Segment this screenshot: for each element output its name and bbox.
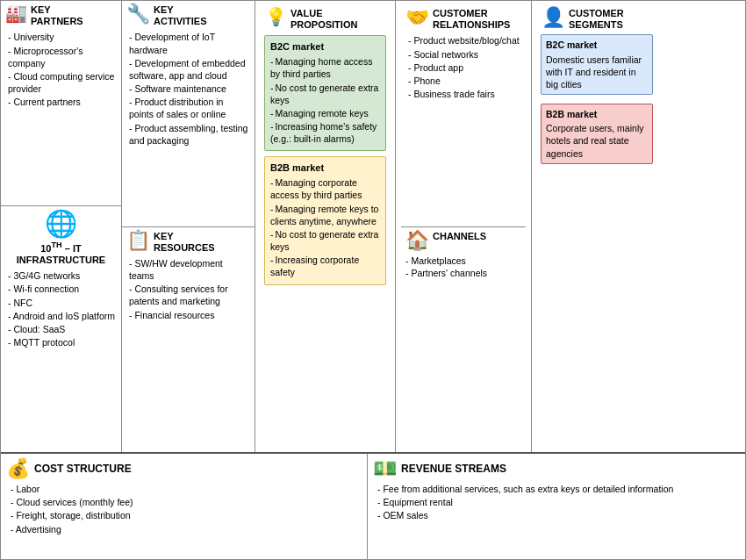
cust-seg-icon: 👤 (542, 8, 565, 27)
list-item: Marketplaces (405, 255, 521, 267)
customer-relationships-col: 🤝 CUSTOMERRELATIONSHIPS Product website/… (396, 1, 532, 452)
list-item: No cost to generate extra keys (270, 82, 380, 106)
key-resources-header: 📋 KEYRESOURCES (122, 227, 255, 255)
list-item: Product distribution in points of sales … (129, 96, 250, 120)
channels-header: 🏠 CHANNELS (401, 227, 526, 252)
list-item: Managing remote keys to clients anytime,… (270, 203, 380, 227)
key-activities-title: KEYACTIVITIES (154, 4, 207, 27)
list-item: Cloud: SaaS (8, 323, 117, 335)
list-item: Fee from additional services, such as ex… (377, 483, 740, 495)
list-item: Wi-fi connection (8, 283, 117, 295)
cost-structure-header: 💰 COST STRUCTURE (6, 457, 362, 480)
channels-panel: 🏠 CHANNELS Marketplaces Partners' channe… (401, 227, 526, 449)
list-item: OEM sales (377, 509, 740, 521)
cost-structure-icon: 💰 (6, 457, 30, 480)
cust-rel-title: CUSTOMERRELATIONSHIPS (433, 8, 510, 31)
list-item: Equipment rental (377, 496, 740, 508)
vp-b2b-box: B2B market Managing corporate access by … (264, 156, 386, 284)
key-activities-header: 🔧 KEYACTIVITIES (122, 1, 255, 29)
list-item: Advertising (11, 523, 362, 535)
list-item: Microprocessor's company (8, 45, 117, 69)
cs-b2b-title: B2B market (546, 108, 648, 120)
value-prop-header: 💡 VALUEPROPOSITION (261, 4, 390, 32)
revenue-streams-list: Fee from additional services, such as ex… (373, 483, 740, 522)
key-activities-list: Development of IoT hardware Development … (129, 31, 250, 147)
revenue-streams-col: 💵 REVENUE STREAMS Fee from additional se… (368, 454, 745, 559)
key-partners-panel: 🏭 KEY PARTNERS University Microprocessor… (1, 1, 121, 205)
key-resources-panel: 📋 KEYRESOURCES SW/HW development teams C… (122, 227, 255, 453)
cust-rel-header: 🤝 CUSTOMERRELATIONSHIPS (401, 4, 526, 32)
list-item: Managing remote keys (270, 107, 380, 119)
list-item: Labor (11, 483, 362, 495)
key-partners-body: University Microprocessor's company Clou… (1, 29, 121, 112)
cost-structure-title: COST STRUCTURE (34, 463, 132, 475)
cost-structure-body: Labor Cloud services (monthly fee) Freig… (6, 483, 362, 536)
cost-structure-list: Labor Cloud services (monthly fee) Freig… (6, 483, 362, 535)
list-item: Managing home access by third parties (270, 55, 380, 80)
list-item: Cloud computing service provider (8, 70, 117, 95)
cs-b2c-box: B2C market Domestic users familiar with … (541, 34, 653, 95)
list-item: Managing corporate access by third parti… (270, 176, 380, 201)
revenue-streams-title: REVENUE STREAMS (401, 463, 506, 475)
key-resources-icon: 📋 (126, 231, 150, 250)
list-item: Freight, storage, distribution (11, 509, 362, 521)
cs-b2c-text: Domestic users familiar with IT and resi… (546, 54, 642, 90)
vp-b2c-title: B2C market (270, 40, 380, 54)
vp-b2c-list: Managing home access by third parties No… (270, 55, 380, 145)
list-item: Development of embedded software, app an… (129, 57, 250, 82)
list-item: Product website/blog/chat (408, 34, 521, 47)
cust-seg-header: 👤 CUSTOMERSEGMENTS (537, 4, 656, 32)
list-item: No cost to generate extra keys (270, 228, 380, 253)
it-infra-title: 10th – ITINFRASTRUCTURE (17, 241, 105, 266)
key-resources-body: SW/HW development teams Consulting servi… (122, 255, 255, 326)
value-proposition-col: 💡 VALUEPROPOSITION B2C market Managing h… (255, 1, 396, 452)
key-activities-body: Development of IoT hardware Development … (122, 29, 255, 151)
key-activities-icon: 🔧 (126, 4, 150, 24)
list-item: Partners' channels (405, 267, 521, 279)
list-item: Software maintenance (129, 83, 250, 95)
cust-rel-list: Product website/blog/chat Social network… (408, 34, 521, 100)
revenue-streams-body: Fee from additional services, such as ex… (373, 483, 740, 523)
cs-b2c-title: B2C market (546, 39, 648, 51)
value-prop-icon: 💡 (265, 8, 287, 25)
it-infra-icon: 🌐 (45, 211, 77, 237)
key-resources-title: KEYRESOURCES (154, 231, 215, 254)
customer-segments-col: 👤 CUSTOMERSEGMENTS B2C market Domestic u… (532, 1, 662, 452)
list-item: Increasing corporate safety (270, 254, 380, 278)
list-item: Financial resources (129, 309, 250, 321)
channels-body: Marketplaces Partners' channels (401, 252, 526, 282)
it-infrastructure-panel: 🌐 10th – ITINFRASTRUCTURE 3G/4G networks… (1, 206, 121, 452)
cust-rel-body: Product website/blog/chat Social network… (401, 32, 526, 104)
vp-b2b-title: B2B market (270, 162, 380, 175)
list-item: Business trade fairs (408, 88, 521, 100)
key-activities-col: 🔧 KEYACTIVITIES Development of IoT hardw… (122, 1, 255, 452)
key-activities-panel: 🔧 KEYACTIVITIES Development of IoT hardw… (122, 1, 255, 226)
list-item: Consulting services for patents and mark… (129, 283, 250, 307)
key-partners-icon: 🏭 (5, 4, 27, 22)
it-infra-header: 🌐 10th – ITINFRASTRUCTURE (1, 206, 121, 268)
business-model-canvas: 🏭 KEY PARTNERS University Microprocessor… (0, 0, 746, 560)
key-resources-list: SW/HW development teams Consulting servi… (129, 257, 250, 321)
list-item: Cloud services (monthly fee) (11, 496, 362, 508)
list-item: MQTT protocol (8, 336, 117, 348)
list-item: Current partners (8, 96, 117, 108)
list-item: Development of IoT hardware (129, 31, 250, 55)
list-item: Android and IoS platform (8, 310, 117, 322)
list-item: NFC (8, 297, 117, 309)
list-item: Product app (408, 61, 521, 74)
bottom-section: 💰 COST STRUCTURE Labor Cloud services (m… (1, 454, 745, 559)
top-section: 🏭 KEY PARTNERS University Microprocessor… (1, 1, 745, 454)
key-partners-title: KEY PARTNERS (31, 4, 83, 27)
list-item: Increasing home's safety (e.g.: built-in… (270, 120, 380, 145)
channels-icon: 🏠 (405, 231, 429, 250)
cost-structure-col: 💰 COST STRUCTURE Labor Cloud services (m… (1, 454, 368, 559)
revenue-streams-header: 💵 REVENUE STREAMS (373, 457, 740, 480)
key-partners-header: 🏭 KEY PARTNERS (1, 1, 121, 29)
channels-title: CHANNELS (433, 231, 486, 242)
list-item: University (8, 31, 117, 43)
cs-b2b-box: B2B market Corporate users, mainly hotel… (541, 104, 653, 164)
customer-relationships-panel: 🤝 CUSTOMERRELATIONSHIPS Product website/… (401, 4, 526, 226)
revenue-streams-icon: 💵 (373, 457, 397, 480)
vp-b2c-box: B2C market Managing home access by third… (264, 35, 386, 151)
vp-b2b-list: Managing corporate access by third parti… (270, 176, 380, 278)
